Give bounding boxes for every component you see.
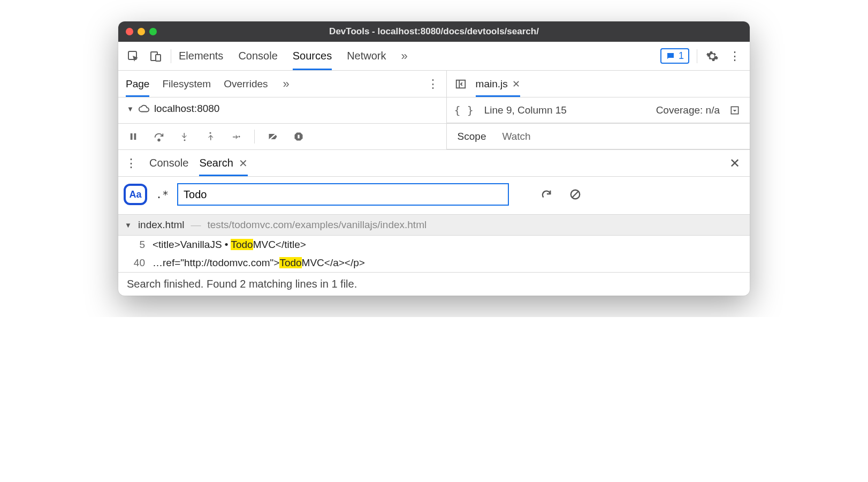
minimize-window-button[interactable] (138, 28, 145, 35)
editor-pane: main.js ✕ { } Line 9, Column 15 Coverage… (447, 71, 750, 123)
coverage-dropdown-icon[interactable] (727, 103, 742, 118)
tab-watch[interactable]: Watch (502, 131, 530, 142)
separator (254, 130, 255, 144)
svg-point-10 (210, 132, 211, 134)
result-line[interactable]: 40…ref="http://todomvc.com">TodoMVC</a><… (118, 254, 750, 272)
editor-tab-mainjs[interactable]: main.js ✕ (476, 71, 520, 97)
svg-rect-7 (134, 133, 136, 140)
device-toggle-icon[interactable] (148, 49, 163, 64)
separator (697, 49, 697, 63)
svg-rect-6 (131, 133, 133, 140)
titlebar: DevTools - localhost:8080/docs/devtools/… (118, 21, 750, 42)
tab-scope[interactable]: Scope (458, 131, 486, 142)
disclosure-triangle-icon[interactable]: ▼ (125, 221, 132, 229)
search-input[interactable] (177, 183, 509, 206)
drawer-menu-icon[interactable]: ⋮ (124, 156, 139, 171)
drawer-tab-search[interactable]: Search ✕ (199, 150, 247, 176)
traffic-lights (126, 28, 157, 35)
show-navigator-icon[interactable] (453, 77, 468, 92)
devtools-window: DevTools - localhost:8080/docs/devtools/… (118, 21, 750, 296)
line-code: <title>VanillaJS • TodoMVC</title> (153, 239, 306, 251)
svg-line-15 (573, 192, 578, 198)
line-number: 5 (130, 239, 145, 251)
editor-tab-label: main.js (476, 78, 508, 90)
subtab-overrides[interactable]: Overrides (224, 71, 268, 97)
tabs-overflow[interactable]: » (401, 42, 408, 70)
debugger-toolbar (118, 124, 446, 149)
close-drawer-tab-icon[interactable]: ✕ (239, 157, 248, 170)
match-highlight: Todo (231, 239, 253, 250)
line-number: 40 (130, 257, 145, 269)
settings-icon[interactable] (705, 49, 720, 64)
svg-rect-13 (298, 135, 299, 139)
cloud-icon (138, 103, 150, 115)
debugger-row: Scope Watch (118, 124, 750, 150)
search-bar: Aa .* (118, 177, 750, 214)
svg-point-8 (158, 139, 160, 141)
deactivate-breakpoints-icon[interactable] (265, 129, 280, 144)
subtab-page[interactable]: Page (126, 71, 149, 97)
drawer-tab-search-label: Search (199, 157, 233, 169)
subtab-filesystem[interactable]: Filesystem (162, 71, 211, 97)
svg-point-9 (184, 139, 186, 141)
tab-sources[interactable]: Sources (293, 42, 332, 70)
result-file-name: index.html (138, 219, 185, 231)
more-menu-icon[interactable]: ⋮ (727, 49, 742, 64)
navigator-tabs: Page Filesystem Overrides » ⋮ (118, 71, 446, 97)
match-case-toggle[interactable]: Aa (124, 184, 147, 205)
maximize-window-button[interactable] (149, 28, 157, 35)
step-into-icon[interactable] (177, 129, 192, 144)
navigator-menu-icon[interactable]: ⋮ (427, 77, 439, 91)
search-status: Search finished. Found 2 matching lines … (118, 272, 750, 296)
feedback-button[interactable]: 1 (660, 48, 689, 64)
tab-elements[interactable]: Elements (179, 42, 223, 70)
step-over-icon[interactable] (151, 129, 166, 144)
result-lines: 5<title>VanillaJS • TodoMVC</title>40…re… (118, 236, 750, 272)
cursor-position: Line 9, Column 15 (484, 104, 567, 116)
close-drawer-icon[interactable]: ✕ (729, 156, 740, 171)
close-window-button[interactable] (126, 28, 133, 35)
feedback-count: 1 (679, 50, 684, 62)
clear-icon[interactable] (568, 187, 583, 202)
pretty-print-icon[interactable]: { } (454, 104, 474, 117)
main-toolbar: Elements Console Sources Network » 1 ⋮ (118, 42, 750, 71)
step-icon[interactable] (229, 129, 243, 144)
match-highlight: Todo (279, 257, 301, 268)
pause-icon[interactable] (126, 129, 141, 144)
close-tab-icon[interactable]: ✕ (512, 78, 520, 90)
step-out-icon[interactable] (203, 129, 218, 144)
drawer-tab-console[interactable]: Console (149, 150, 188, 176)
navigator-pane: Page Filesystem Overrides » ⋮ ▼ localhos… (118, 71, 447, 123)
panel-tabs: Elements Console Sources Network » (179, 42, 408, 70)
tab-console[interactable]: Console (238, 42, 277, 70)
svg-rect-2 (156, 55, 161, 61)
result-line[interactable]: 5<title>VanillaJS • TodoMVC</title> (118, 236, 750, 254)
window-title: DevTools - localhost:8080/docs/devtools/… (118, 26, 750, 37)
tree-root-label: localhost:8080 (154, 103, 220, 115)
separator (171, 49, 171, 63)
tab-network[interactable]: Network (347, 42, 386, 70)
refresh-icon[interactable] (539, 187, 554, 202)
navigator-overflow[interactable]: » (283, 77, 290, 91)
debugger-sidebar-tabs: Scope Watch (447, 124, 750, 149)
line-code: …ref="http://todomvc.com">TodoMVC</a></p… (153, 257, 365, 269)
disclosure-triangle-icon[interactable]: ▼ (127, 105, 134, 113)
inspect-element-icon[interactable] (126, 49, 141, 64)
result-file-header[interactable]: ▼ index.html — tests/todomvc.com/example… (118, 214, 750, 236)
editor-status-bar: { } Line 9, Column 15 Coverage: n/a (447, 97, 750, 123)
svg-point-11 (239, 136, 240, 138)
pause-on-exceptions-icon[interactable] (291, 129, 306, 144)
drawer-tabs: ⋮ Console Search ✕ ✕ (118, 150, 750, 177)
coverage-label: Coverage: n/a (656, 104, 720, 116)
editor-tabs: main.js ✕ (447, 71, 750, 97)
sources-split: Page Filesystem Overrides » ⋮ ▼ localhos… (118, 71, 750, 124)
regex-toggle[interactable]: .* (156, 188, 169, 201)
result-file-path: tests/todomvc.com/examples/vanillajs/ind… (207, 219, 427, 231)
tree-root[interactable]: ▼ localhost:8080 (118, 97, 446, 120)
